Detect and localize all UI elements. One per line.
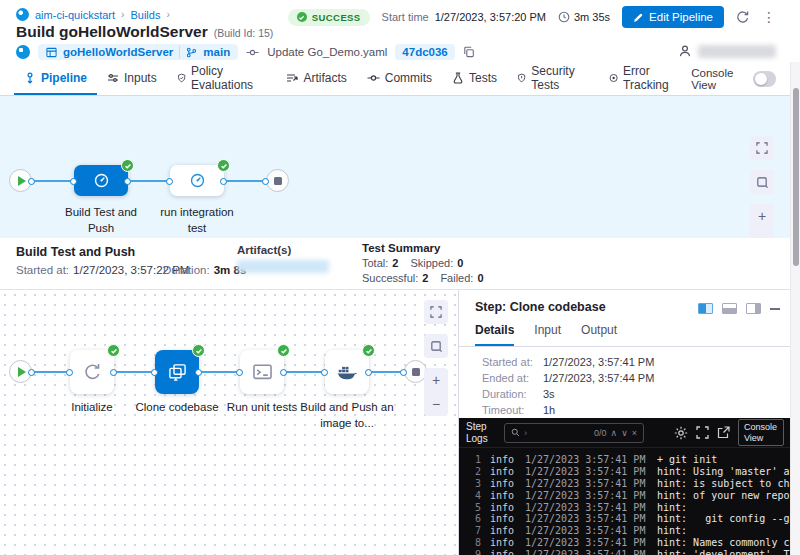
search-next-icon[interactable]: ∨ xyxy=(621,428,628,438)
detail-value: 1h xyxy=(543,404,555,416)
stage-name: Build Test and Push xyxy=(16,245,135,259)
pencil-icon xyxy=(633,12,644,23)
security-tests-icon xyxy=(517,72,526,84)
run-unit-tests-icon xyxy=(252,362,273,383)
clock-icon xyxy=(558,11,570,23)
console-view-button[interactable]: Console View xyxy=(738,419,784,447)
open-external-icon[interactable] xyxy=(717,426,730,439)
log-line: 9info1/27/2023 3:57:41 PMhint: 'developm… xyxy=(465,548,791,555)
repository-icon xyxy=(46,47,57,58)
zoom-out-button[interactable]: − xyxy=(424,392,448,416)
fullscreen-icon[interactable] xyxy=(696,426,709,439)
stop-icon xyxy=(412,368,420,376)
step-label[interactable]: Build and Push an image to... xyxy=(297,400,397,431)
page-scrollbar[interactable] xyxy=(790,62,800,555)
layout-split-right-icon[interactable] xyxy=(746,303,761,314)
build-execution-page: aim-ci-quickstart › Builds › SUCCESS Sta… xyxy=(0,0,800,555)
layout-split-bottom-icon[interactable] xyxy=(722,303,737,314)
step-node-build-and-push[interactable] xyxy=(325,350,369,394)
tab-inputs[interactable]: Inputs xyxy=(97,62,167,95)
status-badge: SUCCESS xyxy=(288,9,370,26)
copy-icon[interactable] xyxy=(463,46,475,58)
step-graph-canvas[interactable]: Initialize Clone codebase Run unit tests… xyxy=(0,290,458,555)
stage-label[interactable]: run integration test xyxy=(151,205,243,236)
start-time-value: 1/27/2023, 3:57:20 PM xyxy=(435,11,546,23)
branch-icon xyxy=(186,47,197,58)
pipeline-icon xyxy=(24,72,36,84)
zoom-in-button[interactable]: + xyxy=(750,204,774,228)
stage-label[interactable]: Build Test and Push xyxy=(55,205,147,236)
stage-node-build-test-and-push[interactable] xyxy=(74,165,128,196)
step-node-run-unit-tests[interactable] xyxy=(240,350,284,394)
tab-artifacts[interactable]: Artifacts xyxy=(276,62,356,95)
policy-evaluations-icon xyxy=(177,72,186,84)
step-label[interactable]: Initialize xyxy=(46,400,138,416)
step-label[interactable]: Run unit tests xyxy=(216,400,308,416)
fit-view-button[interactable] xyxy=(424,334,448,358)
scrollbar-thumb[interactable] xyxy=(793,88,799,266)
connector-dot xyxy=(400,369,407,376)
tab-label: Artifacts xyxy=(303,71,346,85)
fullscreen-button[interactable] xyxy=(750,136,774,160)
success-badge-icon xyxy=(192,344,205,357)
log-line: 1info1/27/2023 3:57:41 PM+ git init xyxy=(465,454,791,466)
connector-dot xyxy=(70,178,77,185)
search-close-icon[interactable]: × xyxy=(632,428,637,438)
success-badge-icon xyxy=(107,344,120,357)
refresh-icon xyxy=(736,10,750,24)
repo-branch-pill[interactable]: goHelloWorldServer main xyxy=(38,44,238,60)
commit-hash-pill[interactable]: 47dc036 xyxy=(395,44,454,60)
tab-tests[interactable]: Tests xyxy=(442,62,507,95)
search-prev-icon[interactable]: ∧ xyxy=(611,428,618,438)
tab-security-tests[interactable]: Security Tests xyxy=(507,62,599,95)
console-title: Step Logs xyxy=(466,421,496,445)
fit-view-button[interactable] xyxy=(750,170,774,194)
edit-pipeline-button[interactable]: Edit Pipeline xyxy=(622,6,724,28)
tab-pipeline[interactable]: Pipeline xyxy=(14,62,97,95)
tab-policy-evaluations[interactable]: Policy Evaluations xyxy=(167,62,277,95)
detail-row-duration: Duration: 3s xyxy=(482,388,555,400)
minimize-panel-icon[interactable] xyxy=(770,308,780,310)
fullscreen-icon xyxy=(756,142,768,154)
artifact-value-redacted[interactable] xyxy=(237,260,329,273)
refresh-button[interactable] xyxy=(736,10,750,24)
tab-label: Error Tracking xyxy=(623,64,681,92)
layout-split-left-icon[interactable] xyxy=(698,303,713,314)
total-value: 2 xyxy=(392,257,398,269)
tab-commits[interactable]: Commits xyxy=(357,62,442,95)
console-log-panel: Step Logs 0/0 ∧ ∨ × Console View 1inf xyxy=(459,418,791,555)
stage-node-run-integration-test[interactable] xyxy=(170,165,224,196)
tab-output[interactable]: Output xyxy=(581,323,617,346)
log-line: 8info1/27/2023 3:57:41 PMhint: Names com… xyxy=(465,537,791,549)
log-search-input[interactable] xyxy=(524,427,590,438)
connector-dot xyxy=(66,369,73,376)
step-node-clone-codebase[interactable] xyxy=(155,350,199,394)
detail-row-timeout: Timeout: 1h xyxy=(482,404,555,416)
breadcrumb-project[interactable]: aim-ci-quickstart xyxy=(35,9,115,21)
zoom-in-button[interactable]: + xyxy=(424,368,448,392)
successful-label: Successful: xyxy=(362,272,418,284)
tab-details[interactable]: Details xyxy=(475,323,514,346)
page-title: Build goHelloWorldServer xyxy=(16,23,208,41)
step-label[interactable]: Clone codebase xyxy=(131,400,223,416)
fit-view-icon xyxy=(756,176,768,188)
console-view-toggle-group: Console View xyxy=(691,62,776,95)
breadcrumb-builds[interactable]: Builds xyxy=(130,9,160,21)
fullscreen-button[interactable] xyxy=(424,300,448,324)
tab-input[interactable]: Input xyxy=(534,323,561,346)
log-lines[interactable]: 1info1/27/2023 3:57:41 PM+ git init 2inf… xyxy=(459,448,791,555)
kebab-icon: ⋮ xyxy=(762,9,776,25)
stage-graph-canvas[interactable]: Build Test and Push run integration test… xyxy=(0,96,790,238)
tab-error-tracking[interactable]: Error Tracking xyxy=(599,62,691,95)
settings-gear-icon[interactable] xyxy=(674,426,688,440)
log-search-box[interactable]: 0/0 ∧ ∨ × xyxy=(504,423,644,443)
repo-name: goHelloWorldServer xyxy=(63,46,173,58)
step-node-initialize[interactable] xyxy=(70,350,114,394)
pipeline-end-node xyxy=(266,169,289,192)
detail-value: 3s xyxy=(543,388,555,400)
connector-dot xyxy=(28,178,35,185)
connector-dot xyxy=(280,369,287,376)
console-view-toggle[interactable] xyxy=(753,71,776,87)
more-options-button[interactable]: ⋮ xyxy=(762,10,776,25)
start-time-label: Start time xyxy=(382,11,429,23)
